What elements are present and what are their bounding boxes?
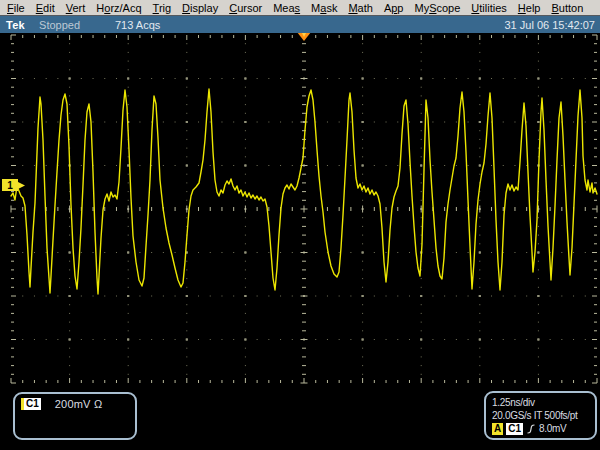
menu-item-horz-acq[interactable]: Horz/Acq <box>96 2 141 14</box>
menu-item-file[interactable]: File <box>7 2 25 14</box>
menu-item-help[interactable]: Help <box>518 2 541 14</box>
horizontal-trigger-readout-box[interactable]: 1.25ns/div 20.0GS/s IT 500fs/pt A C1 8.0… <box>484 391 597 440</box>
status-bar: Tek Stopped 713 Acqs 31 Jul 06 15:42:07 <box>0 16 600 33</box>
trigger-system-badge: A <box>492 423 503 435</box>
menu-bar: FileEditVertHorz/AcqTrigDisplayCursorMea… <box>0 0 600 16</box>
menu-item-button[interactable]: Button <box>551 2 583 14</box>
channel1-readout-box[interactable]: C1 200mV Ω <box>13 392 137 440</box>
menu-item-meas[interactable]: Meas <box>273 2 300 14</box>
trigger-source-badge: C1 <box>506 423 523 435</box>
trigger-level-value: 8.0mV <box>539 422 566 435</box>
tek-logo: Tek <box>6 19 25 31</box>
sampling-readout: 20.0GS/s IT 500fs/pt <box>492 409 589 422</box>
vertical-scale-value: 200mV <box>55 398 91 410</box>
timebase-readout: 1.25ns/div <box>492 396 589 409</box>
menu-item-trig[interactable]: Trig <box>153 2 172 14</box>
datetime: 31 Jul 06 15:42:07 <box>504 19 595 31</box>
waveform-display[interactable]: 1 <box>0 0 600 450</box>
rising-edge-icon <box>526 423 536 435</box>
menu-item-vert[interactable]: Vert <box>66 2 86 14</box>
menu-item-cursor[interactable]: Cursor <box>229 2 262 14</box>
coupling-value: Ω <box>94 398 102 410</box>
menu-item-mask[interactable]: Mask <box>311 2 337 14</box>
menu-item-myscope[interactable]: MyScope <box>414 2 460 14</box>
channel1-reference-marker[interactable]: 1 <box>2 179 25 191</box>
menu-item-utilities[interactable]: Utilities <box>471 2 506 14</box>
menu-item-display[interactable]: Display <box>182 2 218 14</box>
menu-item-edit[interactable]: Edit <box>36 2 55 14</box>
acquisition-count: 713 Acqs <box>115 19 160 31</box>
channel1-badge: C1 <box>24 398 41 410</box>
menu-item-app[interactable]: App <box>384 2 404 14</box>
trigger-position-marker-icon[interactable] <box>297 32 311 41</box>
channel1-scale: 200mV Ω <box>55 398 103 410</box>
graticule-grid <box>11 35 597 383</box>
acquisition-state: Stopped <box>39 19 80 31</box>
trigger-readout: A C1 8.0mV <box>492 422 589 435</box>
svg-text:1: 1 <box>7 180 13 191</box>
menu-item-math[interactable]: Math <box>348 2 372 14</box>
